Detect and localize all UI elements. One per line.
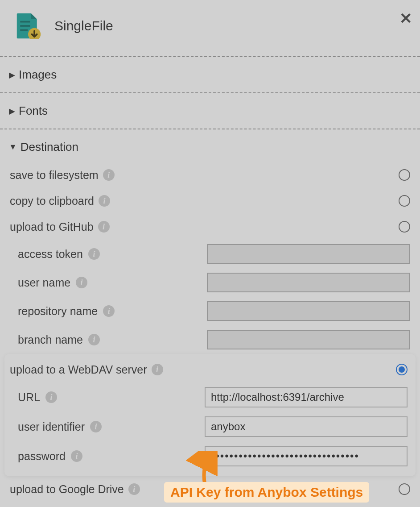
info-icon[interactable]: i [45, 391, 57, 403]
section-label-destination: Destination [21, 140, 78, 154]
field-label: repository name [18, 305, 98, 318]
option-label: upload to GitHub [10, 220, 94, 233]
info-icon[interactable]: i [128, 483, 140, 495]
radio-github[interactable] [399, 221, 410, 233]
info-icon[interactable]: i [88, 248, 100, 260]
github-user-name-input[interactable] [207, 273, 410, 292]
field-label: user name [18, 276, 70, 289]
github-repo-name-row: repository name i [0, 297, 420, 325]
singlefile-app-icon [15, 12, 42, 39]
webdav-password-row: password i [4, 441, 416, 471]
section-label-fonts: Fonts [19, 104, 48, 118]
close-icon[interactable]: ✕ [399, 11, 412, 26]
svg-rect-0 [20, 21, 30, 23]
github-repo-name-input[interactable] [207, 301, 410, 321]
option-label: save to filesystem [10, 169, 99, 182]
section-fonts[interactable]: ▶ Fonts [0, 93, 420, 129]
field-label: password [18, 450, 66, 463]
info-icon[interactable]: i [99, 195, 110, 207]
info-icon[interactable]: i [71, 450, 82, 462]
app-title: SingleFile [54, 18, 113, 33]
webdav-highlight-panel: upload to a WebDAV server i URL i user i… [4, 354, 416, 476]
field-label: URL [18, 391, 40, 404]
svg-rect-2 [20, 29, 28, 31]
radio-webdav[interactable] [396, 364, 408, 375]
info-icon[interactable]: i [103, 305, 115, 317]
annotation-label: API Key from Anybox Settings [164, 482, 369, 503]
option-filesystem[interactable]: save to filesystem i [0, 162, 420, 188]
option-label: copy to clipboard [10, 195, 94, 208]
radio-clipboard[interactable] [399, 195, 410, 207]
svg-rect-1 [20, 25, 30, 27]
webdav-user-input[interactable] [205, 416, 408, 437]
field-label: user identifier [18, 420, 85, 433]
info-icon[interactable]: i [152, 364, 163, 375]
webdav-password-input[interactable] [205, 446, 408, 466]
info-icon[interactable]: i [98, 221, 110, 233]
info-icon[interactable]: i [103, 169, 115, 181]
radio-filesystem[interactable] [399, 169, 410, 181]
webdav-url-input[interactable] [205, 387, 408, 407]
webdav-url-row: URL i [4, 382, 416, 412]
option-companion[interactable]: save with SingleFile Companion i [0, 502, 420, 507]
info-icon[interactable]: i [76, 277, 87, 288]
field-label: branch name [18, 333, 83, 346]
field-label: access token [18, 248, 83, 261]
github-access-token-row: access token i [0, 240, 420, 268]
radio-gdrive[interactable] [399, 483, 410, 495]
app-header: SingleFile ✕ [0, 0, 420, 57]
expand-icon: ▶ [9, 106, 15, 116]
option-label: upload to Google Drive [10, 483, 124, 496]
destination-options: save to filesystem i copy to clipboard i… [0, 159, 420, 507]
collapse-icon: ▼ [9, 142, 17, 152]
option-clipboard[interactable]: copy to clipboard i [0, 188, 420, 214]
section-images[interactable]: ▶ Images [0, 57, 420, 93]
option-label: upload to a WebDAV server [10, 363, 147, 376]
github-access-token-input[interactable] [207, 244, 410, 264]
option-github[interactable]: upload to GitHub i [0, 214, 420, 240]
webdav-user-row: user identifier i [4, 412, 416, 441]
expand-icon: ▶ [9, 70, 15, 80]
info-icon[interactable]: i [88, 334, 100, 345]
option-webdav[interactable]: upload to a WebDAV server i [4, 357, 416, 382]
info-icon[interactable]: i [90, 421, 102, 432]
github-branch-name-input[interactable] [207, 330, 410, 349]
section-label-images: Images [19, 68, 57, 82]
github-branch-name-row: branch name i [0, 325, 420, 354]
section-destination[interactable]: ▼ Destination [0, 129, 420, 159]
github-user-name-row: user name i [0, 268, 420, 297]
